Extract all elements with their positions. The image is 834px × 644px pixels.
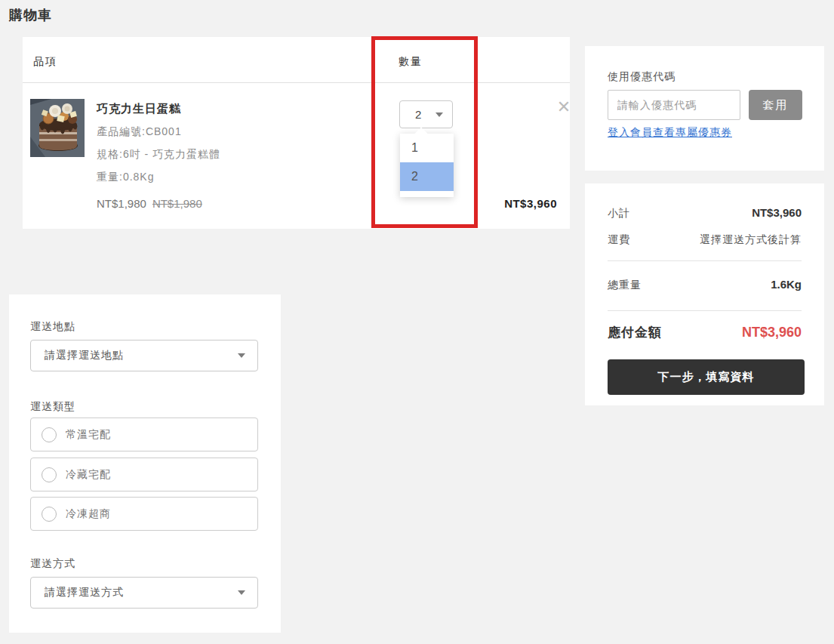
- cart-card: 品項 數量 巧克力生日蛋糕 產品編: [23, 37, 570, 229]
- unit-price: NT$1,980: [97, 197, 146, 210]
- coupon-label: 使用優惠代碼: [608, 70, 676, 84]
- radio-icon: [42, 467, 57, 482]
- coupon-code-input[interactable]: [608, 90, 740, 120]
- radio-label: 常溫宅配: [66, 428, 111, 442]
- payable-row: 應付金額 NT$3,960: [608, 324, 802, 341]
- shipping-location-label: 運送地點: [30, 320, 75, 334]
- shipping-type-option-frozen[interactable]: 冷凍超商: [30, 497, 258, 531]
- subtotal-value: NT$3,960: [752, 206, 802, 219]
- next-step-button[interactable]: 下一步，填寫資料: [608, 359, 805, 395]
- subtotal-row: 小計 NT$3,960: [608, 206, 802, 220]
- product-price: NT$1,980NT$1,980: [97, 197, 202, 210]
- quantity-dropdown-menu: 1 2: [400, 134, 454, 197]
- column-header-quantity: 數量: [399, 55, 423, 69]
- shipping-type-option-refrigerated[interactable]: 冷藏宅配: [30, 458, 258, 491]
- payable-label: 應付金額: [608, 324, 662, 341]
- quantity-selected-value: 2: [415, 108, 421, 121]
- product-name: 巧克力生日蛋糕: [97, 102, 220, 116]
- shipping-location-placeholder: 請選擇運送地點: [45, 349, 124, 362]
- line-total: NT$3,960: [504, 197, 557, 210]
- page-title: 購物車: [9, 6, 52, 24]
- subtotal-label: 小計: [608, 207, 630, 220]
- product-sku: 產品編號:CB001: [97, 125, 220, 139]
- shipping-fee-label: 運費: [608, 233, 630, 247]
- radio-icon: [42, 427, 57, 442]
- divider: [608, 310, 802, 311]
- divider: [608, 260, 802, 261]
- shipping-method-placeholder: 請選擇運送方式: [45, 586, 124, 599]
- order-summary-card: 小計 NT$3,960 運費 選擇運送方式後計算 總重量 1.6Kg 應付金額 …: [585, 183, 824, 405]
- shipping-type-label: 運送類型: [30, 400, 75, 414]
- shipping-type-option-normal[interactable]: 常溫宅配: [30, 418, 258, 451]
- quantity-select[interactable]: 2: [399, 100, 453, 128]
- product-image: [30, 99, 85, 157]
- quantity-option-1[interactable]: 1: [400, 134, 454, 162]
- chevron-down-icon: [435, 112, 443, 117]
- chevron-down-icon: [238, 590, 245, 595]
- member-login-link[interactable]: 登入會員查看專屬優惠券: [608, 126, 732, 140]
- cart-table-header: 品項 數量: [23, 37, 570, 83]
- product-info: 巧克力生日蛋糕 產品編號:CB001 規格:6吋 - 巧克力蛋糕體 重量:0.8…: [97, 102, 220, 184]
- total-weight-value: 1.6Kg: [771, 278, 802, 291]
- remove-item-icon[interactable]: ✕: [554, 97, 574, 117]
- column-header-item: 品項: [33, 55, 57, 69]
- shipping-options-card: 運送地點 請選擇運送地點 運送類型 常溫宅配 冷藏宅配 冷凍超商 運送方式 請選…: [9, 294, 281, 633]
- quantity-option-2-selected[interactable]: 2: [400, 162, 454, 191]
- apply-coupon-button[interactable]: 套用: [749, 90, 802, 120]
- shipping-method-select[interactable]: 請選擇運送方式: [30, 577, 258, 609]
- shipping-location-select[interactable]: 請選擇運送地點: [30, 340, 258, 371]
- radio-label: 冷藏宅配: [66, 468, 111, 482]
- coupon-card: 使用優惠代碼 套用 登入會員查看專屬優惠券: [585, 46, 824, 171]
- shipping-method-label: 運送方式: [30, 557, 75, 571]
- total-weight-row: 總重量 1.6Kg: [608, 278, 802, 292]
- radio-icon: [42, 507, 57, 522]
- original-price-strikethrough: NT$1,980: [152, 197, 202, 210]
- shipping-fee-value: 選擇運送方式後計算: [700, 233, 802, 247]
- payable-value: NT$3,960: [742, 325, 802, 340]
- product-spec: 規格:6吋 - 巧克力蛋糕體: [97, 148, 220, 162]
- radio-label: 冷凍超商: [66, 507, 111, 521]
- shipping-fee-row: 運費 選擇運送方式後計算: [608, 233, 802, 247]
- chevron-down-icon: [238, 353, 245, 358]
- product-weight: 重量:0.8Kg: [97, 171, 220, 184]
- total-weight-label: 總重量: [608, 279, 642, 292]
